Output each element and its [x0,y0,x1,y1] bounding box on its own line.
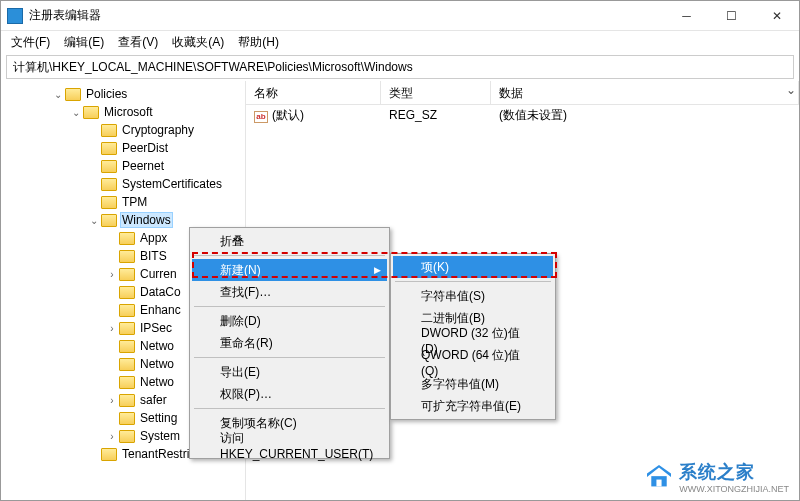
folder-icon [119,376,135,389]
watermark-url: WWW.XITONGZHIJIA.NET [679,484,789,494]
tree-item[interactable]: Cryptography [1,121,245,139]
tree-item-label: Peernet [120,159,166,173]
tree-item[interactable]: ⌄Policies [1,85,245,103]
menu-help[interactable]: 帮助(H) [232,32,285,53]
menu-bar: 文件(F) 编辑(E) 查看(V) 收藏夹(A) 帮助(H) [1,31,799,53]
tree-expand-icon[interactable]: ⌄ [51,89,65,100]
col-header-name[interactable]: 名称 [246,81,381,104]
ctx-export[interactable]: 导出(E) [192,361,387,383]
tree-item[interactable]: ⌄Microsoft [1,103,245,121]
tree-item-label: DataCo [138,285,183,299]
col-header-data[interactable]: 数据 [491,81,799,104]
svg-rect-1 [657,480,662,487]
folder-icon [119,340,135,353]
folder-icon [101,178,117,191]
address-text: 计算机\HKEY_LOCAL_MACHINE\SOFTWARE\Policies… [13,59,413,76]
tree-item-label: safer [138,393,169,407]
close-button[interactable]: ✕ [754,1,799,30]
ctx-new-key[interactable]: 项(K) [393,256,553,278]
ctx-collapse[interactable]: 折叠 [192,230,387,252]
submenu-arrow-icon: ▶ [374,265,381,275]
window-title: 注册表编辑器 [29,7,664,24]
folder-icon [119,250,135,263]
folder-icon [119,268,135,281]
ctx-separator [194,408,385,409]
ctx-new-qword[interactable]: QWORD (64 位)值(Q) [393,351,553,373]
ctx-rename[interactable]: 重命名(R) [192,332,387,354]
ctx-separator [194,357,385,358]
tree-item-label: BITS [138,249,169,263]
tree-item-label: SystemCertificates [120,177,224,191]
tree-item-label: Netwo [138,339,176,353]
col-header-type[interactable]: 类型 [381,81,491,104]
tree-expand-icon[interactable]: › [105,395,119,406]
tree-item-label: Policies [84,87,129,101]
title-bar: 注册表编辑器 ─ ☐ ✕ [1,1,799,31]
menu-file[interactable]: 文件(F) [5,32,56,53]
folder-icon [119,322,135,335]
tree-item-label: Cryptography [120,123,196,137]
folder-icon [101,448,117,461]
cell-data: (数值未设置) [491,105,799,126]
folder-icon [119,394,135,407]
tree-expand-icon[interactable]: › [105,269,119,280]
tree-item-label: Appx [138,231,169,245]
tree-item-label: Netwo [138,375,176,389]
ctx-delete[interactable]: 删除(D) [192,310,387,332]
tree-item-label: Windows [120,212,173,228]
folder-icon [119,304,135,317]
cell-type: REG_SZ [381,106,491,124]
tree-item-label: Microsoft [102,105,155,119]
ctx-permissions[interactable]: 权限(P)… [192,383,387,405]
tree-item-label: Enhanc [138,303,183,317]
tree-expand-icon[interactable]: ⌄ [69,107,83,118]
app-icon [7,8,23,24]
list-row[interactable]: ab(默认) REG_SZ (数值未设置) [246,105,799,125]
tree-item-label: Curren [138,267,179,281]
folder-icon [119,358,135,371]
tree-item[interactable]: Peernet [1,157,245,175]
chevron-down-icon[interactable]: ⌄ [786,83,796,97]
list-header: 名称 类型 数据 [246,81,799,105]
tree-item-label: System [138,429,182,443]
folder-icon [83,106,99,119]
tree-item-label: Netwo [138,357,176,371]
ctx-new-expandstring[interactable]: 可扩充字符串值(E) [393,395,553,417]
folder-icon [65,88,81,101]
ctx-new-multistring[interactable]: 多字符串值(M) [393,373,553,395]
tree-expand-icon[interactable]: ⌄ [87,215,101,226]
tree-expand-icon[interactable]: › [105,323,119,334]
tree-item-label: PeerDist [120,141,170,155]
menu-favorites[interactable]: 收藏夹(A) [166,32,230,53]
address-bar[interactable]: 计算机\HKEY_LOCAL_MACHINE\SOFTWARE\Policies… [6,55,794,79]
ctx-new[interactable]: 新建(N)▶ [192,259,387,281]
tree-item[interactable]: SystemCertificates [1,175,245,193]
tree-expand-icon[interactable]: › [105,431,119,442]
ctx-goto-hkcu[interactable]: 访问 HKEY_CURRENT_USER(T) [192,434,387,456]
string-value-icon: ab [254,111,268,123]
folder-icon [119,412,135,425]
ctx-separator [395,281,551,282]
folder-icon [101,142,117,155]
ctx-find[interactable]: 查找(F)… [192,281,387,303]
ctx-separator [194,255,385,256]
ctx-new-string[interactable]: 字符串值(S) [393,285,553,307]
folder-icon [101,196,117,209]
folder-icon [119,286,135,299]
minimize-button[interactable]: ─ [664,1,709,30]
folder-icon [101,214,117,227]
folder-icon [119,232,135,245]
folder-icon [101,124,117,137]
watermark-name: 系统之家 [679,462,755,482]
maximize-button[interactable]: ☐ [709,1,754,30]
tree-item[interactable]: TPM [1,193,245,211]
tree-item[interactable]: PeerDist [1,139,245,157]
house-icon [645,465,673,489]
menu-view[interactable]: 查看(V) [112,32,164,53]
folder-icon [101,160,117,173]
ctx-separator [194,306,385,307]
tree-item-label: Setting [138,411,179,425]
context-menu: 折叠 新建(N)▶ 查找(F)… 删除(D) 重命名(R) 导出(E) 权限(P… [189,227,390,459]
cell-name: ab(默认) [246,105,381,126]
menu-edit[interactable]: 编辑(E) [58,32,110,53]
